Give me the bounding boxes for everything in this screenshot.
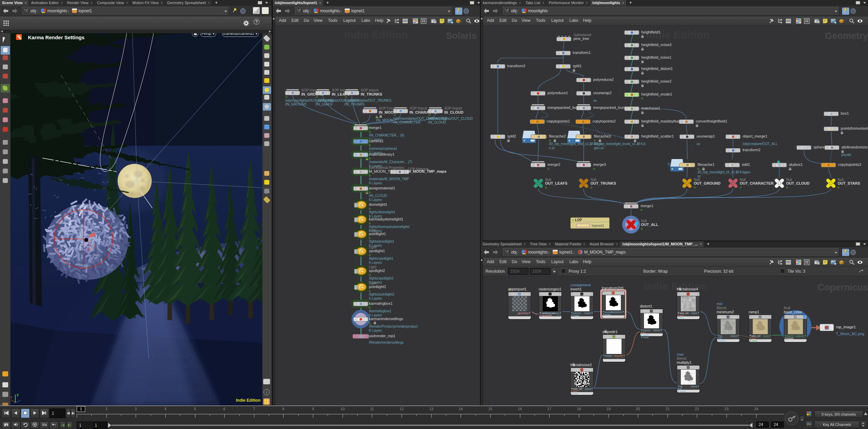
svg-text:x: x: [11, 395, 12, 399]
svg-text:y: y: [17, 392, 19, 397]
svg-text:Indie Edition: Indie Edition: [236, 398, 260, 403]
